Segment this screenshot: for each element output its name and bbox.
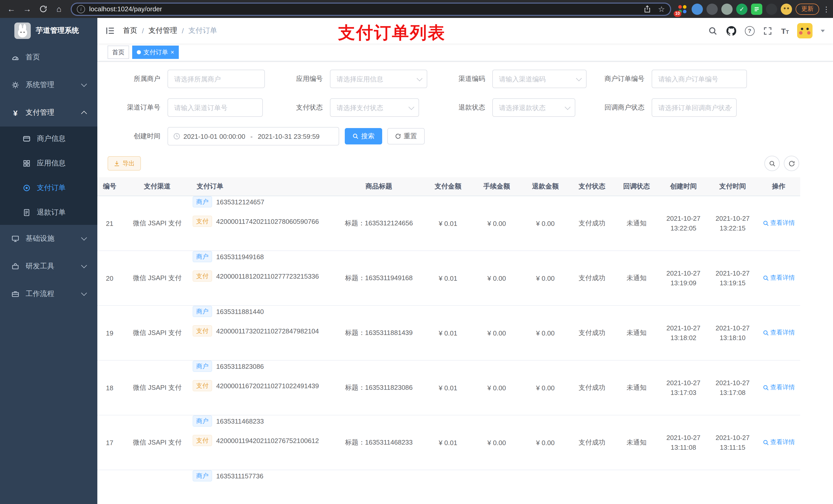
view-detail-link[interactable]: 查看详情 [763, 329, 795, 337]
sidebar-toggle-icon[interactable] [105, 26, 116, 36]
page-annotation-title: 支付订单列表 [338, 22, 446, 45]
view-detail-link[interactable]: 查看详情 [763, 219, 795, 228]
share-icon[interactable] [643, 5, 651, 13]
refund-status-select[interactable] [492, 98, 575, 117]
channel-code-select[interactable] [492, 70, 587, 88]
notify-status-select[interactable] [652, 98, 737, 117]
tag-home[interactable]: 首页 [108, 46, 129, 59]
view-detail-link[interactable]: 查看详情 [763, 274, 795, 283]
app-no-select[interactable] [330, 70, 427, 88]
sidebar-item-system[interactable]: 系统管理 [0, 71, 97, 99]
back-button[interactable]: ← [5, 3, 18, 15]
cell-notify [614, 470, 659, 504]
home-button[interactable]: ⌂ [53, 3, 65, 15]
col-fee-header: 手续金额 [472, 177, 521, 196]
browser-update-button[interactable]: 更新 [795, 3, 819, 15]
extension-gray-icon[interactable] [721, 3, 733, 15]
header-search-icon[interactable] [708, 26, 718, 36]
merchant-order-no-input[interactable] [652, 70, 747, 88]
cell-channel: 微信 JSAPI 支付 [124, 251, 191, 306]
channel-order-no-input[interactable] [168, 98, 263, 117]
avatar-caret-icon[interactable] [821, 29, 825, 32]
sidebar-item-label: 首页 [26, 53, 40, 62]
cell-pay-order: 商户 1635311468233 支付 42000011942021102767… [191, 415, 334, 470]
browser-profile-avatar[interactable] [781, 3, 792, 15]
merchant-order-line: 商户 1635311881440 [193, 306, 332, 317]
export-button[interactable]: 导出 [108, 156, 141, 171]
cell-fee: ¥ 0.00 [472, 360, 521, 415]
extension-drop-icon[interactable] [692, 3, 703, 15]
sidebar-item-merchant-info[interactable]: 商户信息 [0, 126, 97, 151]
date-end: 2021-10-31 23:59:59 [258, 133, 319, 140]
toggle-search-button[interactable] [764, 156, 780, 171]
cell-action: 查看详情 [757, 360, 800, 415]
url-bar[interactable]: i localhost:1024/pay/order ☆ [71, 2, 671, 16]
refresh-table-button[interactable] [784, 156, 799, 171]
filter-label: 商户订单编号 [587, 70, 652, 88]
extension-badge: 10 [674, 10, 681, 17]
user-avatar[interactable] [797, 23, 812, 39]
col-refund-header: 退款金额 [521, 177, 570, 196]
extension-colorful-icon[interactable]: 10 [677, 3, 688, 15]
extension-dark-icon[interactable] [707, 3, 718, 15]
sidebar-item-label: 退款订单 [37, 208, 66, 217]
extension-check-icon[interactable]: ✓ [736, 3, 747, 15]
target-icon [23, 184, 31, 192]
cell-id: 18 [97, 360, 124, 415]
sidebar-item-label: 基础设施 [26, 234, 54, 243]
cell-id: 21 [97, 196, 124, 251]
create-time-range-picker[interactable]: 2021-10-01 00:00:00 - 2021-10-31 23:59:5… [168, 127, 339, 145]
col-title-header: 商品标题 [334, 177, 424, 196]
date-start: 2021-10-01 00:00:00 [184, 133, 245, 140]
breadcrumb-pay-mgmt[interactable]: 支付管理 [148, 26, 177, 35]
dashboard-icon [11, 53, 20, 62]
breadcrumb-home[interactable]: 首页 [123, 26, 137, 35]
sidebar-item-workflow[interactable]: 工作流程 [0, 280, 97, 308]
cell-pay-order: 商户 1635311949168 支付 42000011812021102777… [191, 251, 334, 306]
sidebar-item-app-info[interactable]: 应用信息 [0, 151, 97, 176]
help-icon[interactable]: ? [745, 26, 754, 35]
view-detail-link[interactable]: 查看详情 [763, 438, 795, 447]
pay-badge: 支付 [193, 216, 212, 227]
sidebar-item-payment[interactable]: ¥ 支付管理 [0, 99, 97, 126]
top-navbar: 首页 / 支付管理 / 支付订单 支付订单列表 ? [97, 18, 833, 44]
cell-pay-time [708, 470, 757, 504]
tag-close-icon[interactable]: × [171, 49, 174, 55]
sidebar-item-pay-order[interactable]: 支付订单 [0, 176, 97, 200]
reset-button[interactable]: 重置 [387, 128, 425, 144]
font-size-icon[interactable]: TT [781, 26, 789, 35]
sidebar-item-infra[interactable]: 基础设施 [0, 225, 97, 253]
merchant-select[interactable] [168, 70, 265, 88]
sidebar-item-label: 支付管理 [26, 108, 54, 117]
pay-status-select[interactable] [330, 98, 419, 117]
tag-pay-order[interactable]: 支付订单 × [132, 46, 179, 59]
sidebar-item-home[interactable]: 首页 [0, 44, 97, 71]
cell-notify: 未通知 [614, 415, 659, 470]
github-icon[interactable] [726, 26, 736, 36]
cell-id: 20 [97, 251, 124, 306]
forward-button[interactable]: → [21, 3, 33, 15]
bookmark-star-icon[interactable]: ☆ [658, 5, 665, 13]
sidebar-item-label: 应用信息 [37, 159, 66, 168]
sidebar-item-label: 工作流程 [26, 289, 54, 298]
cell-refund: ¥ 0.00 [521, 360, 570, 415]
search-button[interactable]: 搜索 [345, 128, 382, 144]
page-content: 所属商户 应用编号 渠道编码 商户订单编号 [97, 62, 833, 504]
extension-chat-icon[interactable] [751, 3, 762, 15]
col-pay-time-header: 支付时间 [708, 177, 757, 196]
fullscreen-icon[interactable] [763, 26, 773, 36]
extension-puzzle-icon[interactable] [766, 3, 777, 15]
payment-submenu: 商户信息 应用信息 支付订单 [0, 126, 97, 225]
cell-fee: ¥ 0.00 [472, 196, 521, 251]
sidebar-item-refund-order[interactable]: 退款订单 [0, 200, 97, 225]
cell-create-time [659, 470, 708, 504]
table-header-row: 编号 支付渠道 支付订单 商品标题 支付金额 手续金额 退款金额 支付状态 回调… [97, 177, 800, 196]
chevron-down-icon [81, 290, 87, 296]
browser-menu-button[interactable]: ⋮ [823, 5, 828, 13]
reload-button[interactable] [37, 3, 49, 15]
site-info-icon[interactable]: i [77, 5, 85, 13]
sidebar-item-dev-tools[interactable]: 研发工具 [0, 253, 97, 280]
view-detail-link[interactable]: 查看详情 [763, 383, 795, 392]
pay-badge: 支付 [193, 380, 212, 391]
cell-notify: 未通知 [614, 196, 659, 251]
